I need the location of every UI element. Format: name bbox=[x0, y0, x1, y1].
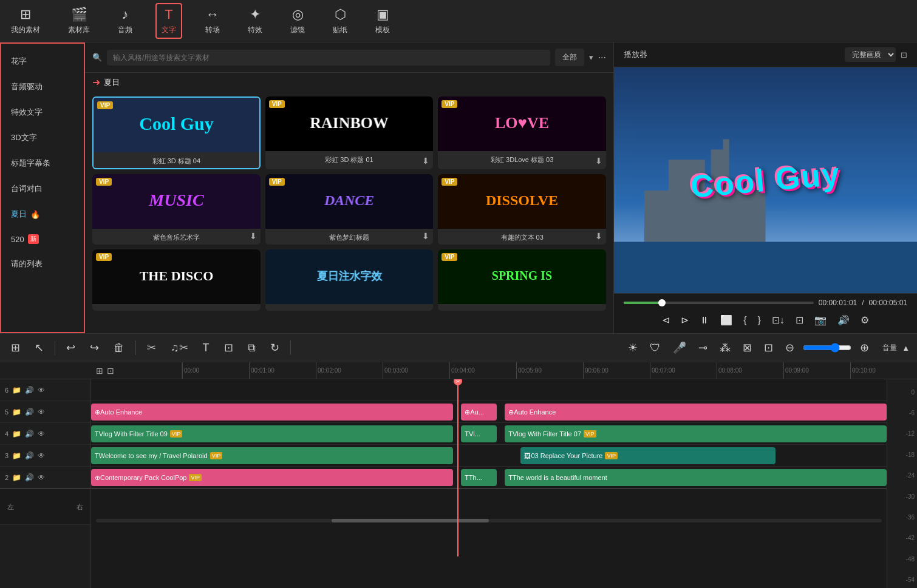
toolbar-effects[interactable]: ✦ 特效 bbox=[243, 4, 267, 38]
grid-item-1[interactable]: VIP 彩虹 3D 标题 04 bbox=[92, 96, 261, 169]
track-clip[interactable]: T The world is a beautiful moment bbox=[505, 469, 887, 486]
search-input[interactable] bbox=[107, 50, 550, 66]
text-insert-button[interactable]: T bbox=[199, 339, 213, 357]
screenshot-button[interactable]: 📷 bbox=[812, 312, 829, 328]
grid-item-4[interactable]: VIP ⬇ 紫色音乐艺术字 bbox=[92, 174, 261, 245]
grid-item-7[interactable]: VIP bbox=[92, 249, 261, 311]
split-button[interactable]: ⊸ bbox=[695, 339, 711, 357]
rotate-button[interactable]: ↻ bbox=[267, 339, 283, 357]
undo-button[interactable]: ↩ bbox=[63, 339, 79, 357]
settings-button[interactable]: ⚙ bbox=[858, 312, 871, 328]
track-clip[interactable]: T Vlog With Filter Title 09 VIP bbox=[91, 425, 453, 442]
sidebar-item-list[interactable]: 请的列表 bbox=[1, 251, 84, 277]
track-add-button[interactable]: ⊞ bbox=[96, 366, 103, 376]
audio-split-button[interactable]: ♫✂ bbox=[167, 339, 192, 357]
track-folder-icon[interactable]: 📁 bbox=[12, 451, 21, 460]
download-icon[interactable]: ⬇ bbox=[422, 231, 429, 241]
toolbar-audio[interactable]: ♪ 音频 bbox=[113, 4, 137, 38]
crop-button[interactable]: ⊡ bbox=[220, 339, 237, 357]
sun-button[interactable]: ☀ bbox=[624, 339, 641, 357]
track-eye-icon[interactable]: 👁 bbox=[38, 451, 45, 460]
pause-button[interactable]: ⏸ bbox=[697, 313, 712, 328]
pointer-button[interactable]: ↖ bbox=[31, 339, 47, 357]
delete-button[interactable]: 🗑 bbox=[110, 339, 128, 357]
toolbar-template[interactable]: ▣ 模板 bbox=[370, 4, 395, 38]
track-eye-icon[interactable]: 👁 bbox=[38, 473, 45, 482]
track-audio-icon[interactable]: 🔊 bbox=[25, 451, 34, 460]
step-back-button[interactable]: ⊲ bbox=[660, 312, 672, 328]
sidebar-item-special-text[interactable]: 特效文字 bbox=[1, 100, 84, 125]
grid-item-9[interactable]: VIP bbox=[438, 249, 606, 311]
track-clip[interactable]: ⊕ Auto Enhance bbox=[91, 404, 453, 421]
sidebar-item-huazi[interactable]: 花字 bbox=[1, 49, 84, 74]
split-view-button[interactable]: ⊞ bbox=[7, 339, 24, 357]
track-folder-icon[interactable]: 📁 bbox=[12, 473, 21, 482]
preview-expand-icon[interactable]: ⊡ bbox=[901, 50, 907, 59]
download-icon[interactable]: ⬇ bbox=[422, 156, 429, 166]
prev-frame-button[interactable]: ⊳ bbox=[678, 312, 691, 328]
grid-item-8[interactable] bbox=[265, 249, 434, 311]
track-clip[interactable]: T Welcome to see my / Travel Polaroid VI… bbox=[91, 447, 453, 464]
download-icon[interactable]: ⬇ bbox=[595, 231, 602, 241]
track-clip[interactable]: ⊕ Au... bbox=[461, 404, 497, 421]
grid-item-6[interactable]: VIP ⬇ 有趣的文本 03 bbox=[438, 174, 606, 245]
playhead[interactable]: ✂ bbox=[457, 379, 458, 556]
subtitle-button[interactable]: ⁂ bbox=[716, 339, 734, 357]
magnet-button[interactable]: ⊡ bbox=[107, 366, 114, 376]
zoom-in-button[interactable]: ⊕ bbox=[856, 339, 873, 357]
mark-out-button[interactable]: } bbox=[755, 313, 763, 328]
track-folder-icon[interactable]: 📁 bbox=[12, 430, 21, 438]
sidebar-item-3d-text[interactable]: 3D文字 bbox=[1, 125, 84, 150]
frame-button[interactable]: ⊡ bbox=[760, 339, 777, 357]
track-clip[interactable]: T Th... bbox=[461, 469, 497, 486]
fullscreen-button[interactable]: ⊡ bbox=[793, 312, 806, 328]
media-button[interactable]: ⊠ bbox=[739, 339, 755, 357]
mic-button[interactable]: 🎤 bbox=[669, 339, 690, 357]
progress-track[interactable] bbox=[624, 302, 814, 304]
track-audio-icon[interactable]: 🔊 bbox=[25, 430, 34, 438]
mark-in-button[interactable]: { bbox=[741, 313, 749, 328]
track-clip[interactable]: T Vlog With Filter Title 07 VIP bbox=[505, 425, 887, 442]
download-icon[interactable]: ⬇ bbox=[250, 231, 257, 241]
clip-icon: 🖼 bbox=[524, 452, 531, 459]
track-clip[interactable]: ⊕ Auto Enhance bbox=[505, 404, 887, 421]
export-button[interactable]: ⊡↓ bbox=[769, 312, 787, 328]
track-folder-icon[interactable]: 📁 bbox=[12, 386, 21, 394]
track-clip[interactable]: 🖼 03 Replace Your Picture VIP bbox=[520, 447, 775, 464]
track-clip[interactable]: ⊕ Contemporary Pack CoolPop VIP bbox=[91, 469, 453, 486]
grid-item-5[interactable]: VIP ⬇ 紫色梦幻标题 bbox=[265, 174, 434, 245]
stop-button[interactable]: ⬜ bbox=[718, 312, 735, 328]
redo-button[interactable]: ↪ bbox=[86, 339, 103, 357]
grid-item-3[interactable]: VIP ⬇ 彩虹 3DLove 标题 03 bbox=[438, 96, 606, 169]
track-clip[interactable]: T Vl... bbox=[461, 425, 497, 442]
track-eye-icon[interactable]: 👁 bbox=[38, 408, 45, 416]
download-icon[interactable]: ⬇ bbox=[595, 156, 602, 166]
toolbar-library[interactable]: 🎬 素材库 bbox=[63, 4, 95, 38]
zoom-out-button[interactable]: ⊖ bbox=[782, 339, 798, 357]
toolbar-sticker[interactable]: ⬡ 贴纸 bbox=[328, 4, 352, 38]
sidebar-item-dialogue[interactable]: 台词对白 bbox=[1, 176, 84, 201]
volume-button[interactable]: 🔊 bbox=[835, 312, 852, 328]
track-audio-icon[interactable]: 🔊 bbox=[25, 408, 34, 416]
sidebar-item-audio-driven[interactable]: 音频驱动 bbox=[1, 74, 84, 100]
shield-button[interactable]: 🛡 bbox=[646, 339, 664, 357]
toolbar-text[interactable]: T 文字 bbox=[155, 3, 182, 39]
track-audio-icon[interactable]: 🔊 bbox=[25, 473, 34, 482]
toolbar-transition[interactable]: ↔ 转场 bbox=[200, 4, 225, 38]
sidebar-item-520[interactable]: 520 新 bbox=[1, 227, 84, 251]
more-options-button[interactable]: ··· bbox=[598, 52, 606, 63]
copy-button[interactable]: ⧉ bbox=[244, 339, 259, 357]
track-audio-icon[interactable]: 🔊 bbox=[25, 386, 34, 394]
track-eye-icon[interactable]: 👁 bbox=[38, 430, 45, 438]
quality-select[interactable]: 完整画质 bbox=[845, 47, 896, 62]
cut-button[interactable]: ✂ bbox=[143, 339, 160, 357]
sidebar-item-title-subtitle[interactable]: 标题字幕条 bbox=[1, 150, 84, 176]
sidebar-item-summer[interactable]: 夏日 🔥 bbox=[1, 201, 84, 227]
toolbar-my-assets[interactable]: ⊞ 我的素材 bbox=[6, 4, 45, 38]
track-eye-icon[interactable]: 👁 bbox=[38, 386, 45, 394]
toolbar-filter[interactable]: ◎ 滤镜 bbox=[285, 4, 310, 38]
filter-dropdown[interactable]: 全部 bbox=[555, 49, 584, 66]
track-folder-icon[interactable]: 📁 bbox=[12, 408, 21, 416]
zoom-slider[interactable] bbox=[803, 343, 851, 353]
grid-item-2[interactable]: VIP ⬇ 彩虹 3D 标题 01 bbox=[265, 96, 434, 169]
